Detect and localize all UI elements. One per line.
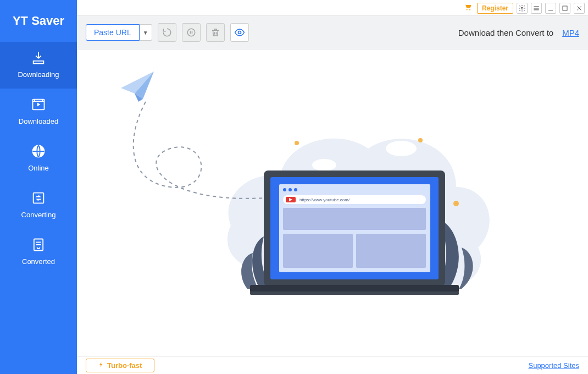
svg-point-21 [294, 188, 297, 191]
sidebar-item-downloading[interactable]: Downloading [0, 42, 77, 89]
svg-point-4 [467, 9, 468, 10]
svg-point-11 [312, 159, 336, 171]
globe-icon [30, 143, 47, 160]
sidebar-item-label: Downloaded [19, 117, 58, 125]
svg-rect-29 [250, 292, 459, 295]
maximize-button[interactable] [559, 3, 570, 14]
download-icon [30, 50, 47, 66]
svg-point-5 [469, 9, 470, 10]
register-button[interactable]: Register [477, 3, 513, 14]
svg-rect-2 [34, 193, 44, 204]
close-button[interactable] [574, 3, 585, 14]
svg-rect-25 [283, 208, 426, 230]
svg-point-14 [453, 201, 459, 206]
svg-point-9 [238, 31, 241, 34]
illustration-url-text: https://www.youtube.com/ [299, 197, 350, 202]
svg-point-6 [521, 7, 523, 9]
sidebar-item-label: Online [28, 164, 49, 172]
supported-sites-link[interactable]: Supported Sites [528, 361, 579, 370]
svg-rect-28 [250, 285, 459, 293]
settings-button[interactable] [517, 3, 528, 14]
svg-rect-27 [356, 234, 426, 268]
svg-point-20 [289, 188, 292, 191]
svg-point-8 [187, 29, 195, 36]
sidebar-item-converting[interactable]: Converting [0, 182, 77, 229]
content-area: https://www.youtube.com/ [77, 50, 588, 356]
turbo-fast-button[interactable]: Turbo-fast [86, 359, 154, 372]
sidebar-item-label: Downloading [18, 70, 59, 79]
svg-point-19 [283, 188, 286, 191]
sidebar-item-label: Converted [22, 257, 55, 266]
bolt-icon [98, 361, 104, 370]
menu-button[interactable] [531, 3, 542, 14]
app-logo: YT Saver [0, 0, 77, 42]
video-file-icon [30, 96, 47, 113]
preview-button[interactable] [230, 23, 249, 42]
svg-point-12 [295, 141, 299, 145]
pause-button[interactable] [182, 23, 201, 42]
convert-format-link[interactable]: MP4 [562, 28, 579, 37]
turbo-label: Turbo-fast [107, 361, 142, 370]
sidebar-item-online[interactable]: Online [0, 135, 77, 182]
svg-rect-7 [563, 6, 567, 10]
paste-url-dropdown[interactable]: ▼ [140, 24, 152, 41]
converted-file-icon [30, 237, 47, 253]
sidebar-item-label: Converting [21, 211, 56, 219]
sidebar: YT Saver Downloading Downloaded Online C… [0, 0, 77, 374]
paste-url-group: Paste URL ▼ [86, 24, 152, 41]
window-titlebar: Register [77, 0, 588, 15]
cart-icon[interactable] [463, 3, 473, 14]
svg-rect-26 [283, 234, 353, 268]
sidebar-item-downloaded[interactable]: Downloaded [0, 89, 77, 135]
resume-button[interactable] [158, 23, 176, 42]
footer: Turbo-fast Supported Sites [77, 356, 588, 374]
svg-point-10 [386, 141, 417, 156]
convert-label: Download then Convert to [458, 28, 553, 37]
toolbar: Paste URL ▼ Download then Convert to MP4 [77, 15, 588, 50]
minimize-button[interactable] [545, 3, 556, 14]
convert-icon [30, 190, 47, 206]
svg-point-13 [418, 138, 423, 142]
paste-url-button[interactable]: Paste URL [86, 24, 140, 41]
empty-state-illustration: https://www.youtube.com/ [93, 61, 572, 346]
main-area: Register Paste URL ▼ [77, 0, 588, 374]
sidebar-item-converted[interactable]: Converted [0, 229, 77, 276]
delete-button[interactable] [206, 23, 225, 42]
